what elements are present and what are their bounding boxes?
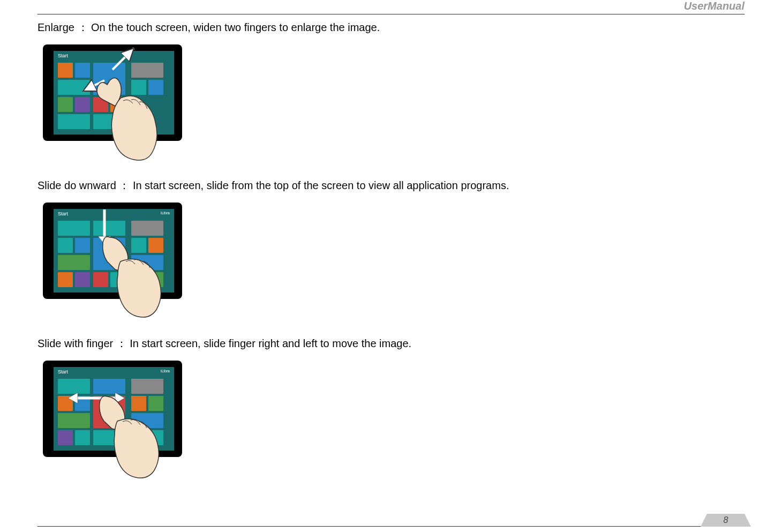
- user-label: iLibra: [161, 369, 170, 373]
- svg-line-0: [112, 48, 134, 70]
- gesture-description: In start screen, slide from the top of t…: [133, 179, 509, 191]
- start-label: Start: [58, 211, 68, 216]
- footer-divider: [37, 526, 745, 527]
- section-enlarge: Enlarge ： On the touch screen, widen two…: [37, 20, 745, 146]
- separator: ：: [78, 21, 88, 33]
- start-label: Start: [58, 369, 68, 374]
- header-divider: [37, 14, 745, 14]
- section-text-slide-down: Slide do wnward ： In start screen, slide…: [37, 178, 745, 193]
- gesture-label: Slide do wnward: [37, 179, 116, 191]
- page-footer: 8: [707, 514, 745, 527]
- slide-side-gesture-image: Start iLibra: [43, 361, 193, 462]
- page-number: 8: [707, 514, 745, 527]
- gesture-label: Enlarge: [37, 21, 74, 33]
- enlarge-gesture-image: Start: [43, 44, 193, 146]
- section-text-slide-side: Slide with finger ： In start screen, sli…: [37, 336, 745, 351]
- hand-swipe-down-icon: [96, 229, 182, 320]
- separator: ：: [119, 179, 130, 191]
- gesture-description: In start screen, slide finger right and …: [130, 338, 411, 349]
- user-label: iLibra: [161, 211, 170, 215]
- start-label: Start: [58, 53, 68, 58]
- header-title: UserManual: [684, 0, 745, 13]
- section-text-enlarge: Enlarge ： On the touch screen, widen two…: [37, 20, 745, 35]
- slide-down-gesture-image: Start iLibra: [43, 203, 193, 304]
- content-area: Enlarge ： On the touch screen, widen two…: [37, 0, 745, 462]
- gesture-label: Slide with finger: [37, 338, 113, 349]
- gesture-description: On the touch screen, widen two fingers t…: [91, 21, 380, 33]
- hand-pinch-icon: [91, 69, 182, 165]
- section-slide-side: Slide with finger ： In start screen, sli…: [37, 336, 745, 462]
- section-slide-down: Slide do wnward ： In start screen, slide…: [37, 178, 745, 304]
- separator: ：: [116, 338, 127, 349]
- hand-swipe-side-icon: [94, 390, 182, 481]
